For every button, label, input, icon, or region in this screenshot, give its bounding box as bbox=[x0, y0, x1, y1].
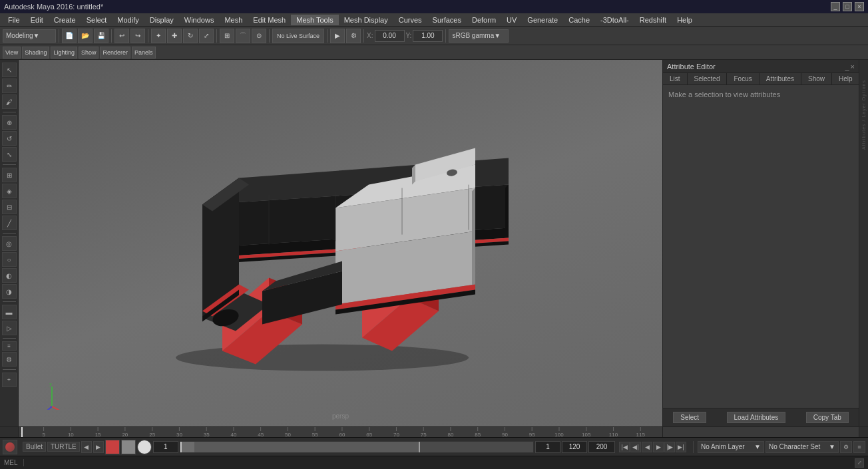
color-swatch-red[interactable] bbox=[105, 440, 120, 454]
lighting-tab[interactable]: Lighting bbox=[51, 47, 77, 59]
character-set-dropdown[interactable]: No Character Set ▼ bbox=[765, 441, 839, 453]
select-tool-button[interactable]: ✦ bbox=[151, 29, 166, 43]
undo-button[interactable]: ↩ bbox=[114, 29, 129, 43]
rotate-tool-lt[interactable]: ↺ bbox=[2, 131, 17, 146]
viewport-container[interactable]: y x z persp bbox=[19, 60, 662, 426]
menu-deform[interactable]: Deform bbox=[467, 15, 501, 25]
menu-display[interactable]: Display bbox=[144, 15, 179, 25]
pinch-tool[interactable]: ◑ bbox=[2, 284, 17, 299]
settings-button[interactable]: ⚙ bbox=[2, 352, 17, 367]
menu-surfaces[interactable]: Surfaces bbox=[427, 15, 467, 25]
bridge-tool[interactable]: ⊟ bbox=[2, 200, 17, 214]
physics-next-button[interactable]: ▶ bbox=[93, 441, 104, 453]
select-tool-lt[interactable]: ↖ bbox=[2, 63, 17, 77]
color-space-dropdown[interactable]: sRGB gamma ▼ bbox=[449, 29, 509, 43]
value-y-input[interactable] bbox=[413, 30, 443, 42]
attr-panel-close[interactable]: × bbox=[851, 63, 855, 71]
menu-mesh-display[interactable]: Mesh Display bbox=[339, 15, 393, 25]
maximize-button[interactable]: □ bbox=[843, 2, 852, 11]
end-frame-input[interactable] bbox=[562, 441, 587, 453]
rotate-tool-button[interactable]: ↻ bbox=[183, 29, 198, 43]
menu-3dtall[interactable]: -3DtoAll- bbox=[595, 15, 634, 25]
color-swatch-white[interactable] bbox=[137, 440, 152, 454]
show-tab[interactable]: Show bbox=[79, 47, 99, 59]
attr-panel-minimize[interactable]: _ bbox=[845, 63, 849, 71]
layer-button[interactable]: ≡ bbox=[2, 341, 17, 351]
play-back-button[interactable]: ◀ bbox=[642, 442, 652, 452]
snap-curve-button[interactable]: ⌒ bbox=[236, 29, 250, 43]
menu-edit[interactable]: Edit bbox=[25, 15, 49, 25]
attr-load-button[interactable]: Load Attributes bbox=[727, 412, 786, 423]
paint-tool[interactable]: ✏ bbox=[2, 78, 17, 93]
knife-tool[interactable]: ╱ bbox=[2, 216, 17, 230]
workspace-dropdown[interactable]: Modeling ▼ bbox=[3, 29, 56, 43]
grab-tool[interactable]: ◎ bbox=[2, 236, 17, 251]
new-file-button[interactable]: 📄 bbox=[62, 29, 77, 43]
menu-generate[interactable]: Generate bbox=[522, 15, 563, 25]
close-button[interactable]: × bbox=[855, 2, 864, 11]
move-tool-lt[interactable]: ⊕ bbox=[2, 115, 17, 130]
attr-tab-attributes[interactable]: Attributes bbox=[760, 73, 801, 84]
relax-tool[interactable]: ◐ bbox=[2, 268, 17, 283]
shading-tab[interactable]: Shading bbox=[22, 47, 49, 59]
attr-tab-selected[interactable]: Selected bbox=[688, 73, 728, 84]
anim-options-btn-2[interactable]: ≡ bbox=[853, 441, 865, 453]
panels-tab[interactable]: Panels bbox=[132, 47, 156, 59]
menu-windows[interactable]: Windows bbox=[179, 15, 220, 25]
bevel-tool[interactable]: ◈ bbox=[2, 184, 17, 198]
current-frame-input[interactable] bbox=[535, 441, 560, 453]
save-file-button[interactable]: 💾 bbox=[94, 29, 108, 43]
max-range-input[interactable] bbox=[588, 441, 615, 453]
minimize-button[interactable]: _ bbox=[831, 2, 840, 11]
attr-select-button[interactable]: Select bbox=[673, 412, 706, 423]
smear-tool[interactable]: ▷ bbox=[2, 321, 17, 335]
menu-select[interactable]: Select bbox=[81, 15, 112, 25]
renderer-tab[interactable]: Renderer bbox=[100, 47, 130, 59]
ipr-button[interactable]: ⚙ bbox=[346, 29, 361, 43]
menu-modify[interactable]: Modify bbox=[112, 15, 144, 25]
play-forward-button[interactable]: ▶ bbox=[653, 442, 664, 452]
menu-mesh[interactable]: Mesh bbox=[219, 15, 248, 25]
flatten-tool[interactable]: ▬ bbox=[2, 305, 17, 319]
mel-resize-button[interactable]: ⤢ bbox=[855, 458, 864, 468]
extra-button[interactable]: + bbox=[2, 373, 17, 387]
menu-help[interactable]: Help bbox=[672, 15, 698, 25]
view-tab[interactable]: View bbox=[3, 47, 21, 59]
anim-options-btn-1[interactable]: ⚙ bbox=[840, 441, 852, 453]
menu-create[interactable]: Create bbox=[49, 15, 81, 25]
render-button[interactable]: ▶ bbox=[330, 29, 345, 43]
snap-point-button[interactable]: ⊙ bbox=[252, 29, 266, 43]
step-forward-button[interactable]: |▶ bbox=[664, 442, 675, 452]
attr-tab-show[interactable]: Show bbox=[801, 73, 832, 84]
redo-button[interactable]: ↪ bbox=[130, 29, 145, 43]
extrude-tool[interactable]: ⊞ bbox=[2, 168, 17, 182]
range-start-input[interactable] bbox=[153, 441, 178, 453]
attr-tab-focus[interactable]: Focus bbox=[727, 73, 759, 84]
color-swatch-gray[interactable] bbox=[121, 440, 136, 454]
menu-redshift[interactable]: Redshift bbox=[634, 15, 672, 25]
skip-start-button[interactable]: |◀ bbox=[619, 442, 630, 452]
value-x-input[interactable] bbox=[375, 30, 405, 42]
scale-tool-lt[interactable]: ⤡ bbox=[2, 147, 17, 162]
attr-tab-list[interactable]: List bbox=[663, 73, 688, 84]
anim-layer-dropdown[interactable]: No Anim Layer ▼ bbox=[698, 441, 764, 453]
scale-tool-button[interactable]: ⤢ bbox=[199, 29, 214, 43]
step-back-button[interactable]: ◀| bbox=[630, 442, 641, 452]
menu-mesh-tools[interactable]: Mesh Tools bbox=[291, 15, 338, 25]
move-tool-button[interactable]: ✚ bbox=[167, 29, 182, 43]
snap-grid-button[interactable]: ⊞ bbox=[220, 29, 234, 43]
menu-curves[interactable]: Curves bbox=[393, 15, 427, 25]
menu-file[interactable]: File bbox=[3, 15, 25, 25]
timeline-range-bar[interactable] bbox=[180, 441, 534, 453]
mel-input[interactable] bbox=[29, 459, 855, 466]
sculpt-tool[interactable]: 🖌 bbox=[2, 94, 17, 109]
attr-tab-help[interactable]: Help bbox=[832, 73, 860, 84]
no-live-surface-button[interactable]: No Live Surface bbox=[272, 29, 324, 43]
menu-cache[interactable]: Cache bbox=[563, 15, 595, 25]
menu-uv[interactable]: UV bbox=[501, 15, 522, 25]
attr-copy-tab-button[interactable]: Copy Tab bbox=[806, 412, 849, 423]
smooth-tool[interactable]: ○ bbox=[2, 252, 17, 267]
menu-edit-mesh[interactable]: Edit Mesh bbox=[248, 15, 291, 25]
skip-end-button[interactable]: ▶| bbox=[676, 442, 686, 452]
physics-prev-button[interactable]: ◀ bbox=[81, 441, 92, 453]
